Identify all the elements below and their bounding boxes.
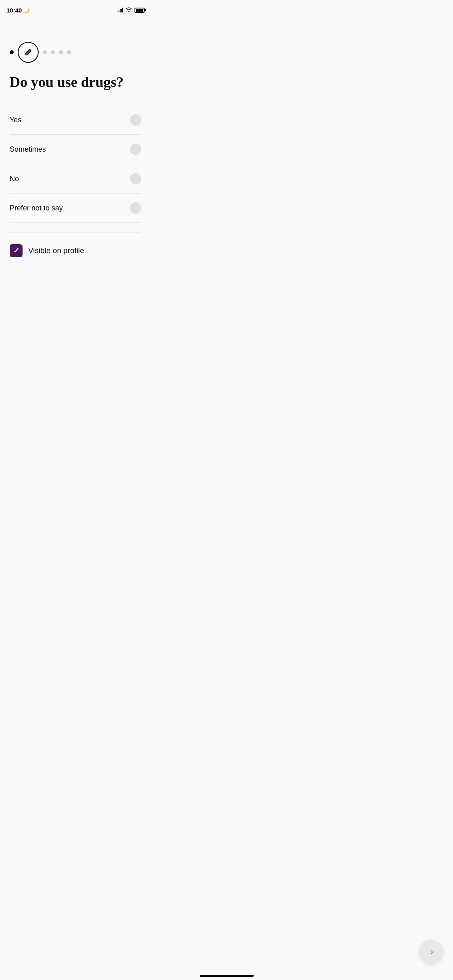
wifi-icon (126, 7, 132, 13)
battery-icon (134, 8, 145, 13)
status-bar: 10:40 🌙 (0, 0, 151, 18)
option-sometimes[interactable]: Sometimes (10, 135, 141, 164)
progress-dot-2 (51, 50, 55, 54)
progress-dot-0 (10, 50, 14, 54)
pill-icon (23, 47, 33, 58)
checkmark-icon: ✓ (13, 247, 19, 254)
visible-profile-checkbox[interactable]: ✓ (10, 244, 23, 257)
visible-profile-label: Visible on profile (28, 246, 84, 255)
moon-icon: 🌙 (23, 7, 30, 13)
radio-no[interactable] (130, 173, 141, 184)
status-icons (117, 7, 145, 13)
time-display: 10:40 (6, 7, 22, 14)
signal-bar-1 (117, 11, 118, 12)
signal-bar-2 (118, 10, 120, 12)
progress-dot-1 (43, 50, 47, 54)
battery-fill (136, 9, 143, 12)
visible-on-profile-row[interactable]: ✓ Visible on profile (10, 241, 141, 260)
divider (10, 233, 141, 233)
step-icon-wrapper (18, 42, 39, 63)
options-list: Yes Sometimes No Prefer not to say (10, 105, 141, 223)
option-prefer-not-label: Prefer not to say (10, 204, 63, 212)
signal-icon (117, 8, 124, 12)
progress-dot-3 (59, 50, 63, 54)
radio-yes[interactable] (130, 114, 141, 126)
progress-dots (10, 42, 141, 63)
option-no[interactable]: No (10, 164, 141, 194)
signal-bar-3 (120, 9, 122, 12)
signal-bar-4 (122, 8, 123, 12)
radio-sometimes[interactable] (130, 144, 141, 155)
progress-dot-4 (67, 50, 71, 54)
option-yes-label: Yes (10, 116, 21, 124)
option-no-label: No (10, 175, 19, 183)
status-time: 10:40 🌙 (6, 7, 30, 14)
option-prefer-not[interactable]: Prefer not to say (10, 194, 141, 223)
main-content: Do you use drugs? Yes Sometimes No Prefe… (0, 18, 151, 260)
radio-prefer-not[interactable] (130, 202, 141, 214)
question-title: Do you use drugs? (10, 74, 141, 91)
option-sometimes-label: Sometimes (10, 145, 46, 154)
option-yes[interactable]: Yes (10, 105, 141, 135)
